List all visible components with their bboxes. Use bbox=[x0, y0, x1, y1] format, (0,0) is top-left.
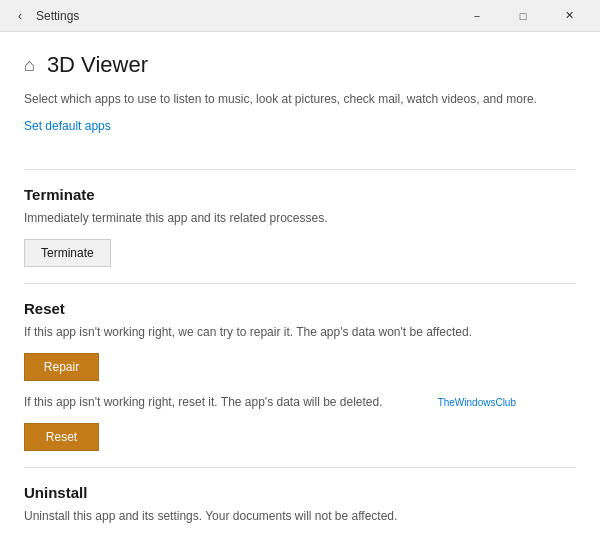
window-controls: − □ ✕ bbox=[454, 0, 592, 32]
divider-3 bbox=[24, 467, 576, 468]
close-button[interactable]: ✕ bbox=[546, 0, 592, 32]
reset-button[interactable]: Reset bbox=[24, 423, 99, 451]
terminate-description: Immediately terminate this app and its r… bbox=[24, 209, 576, 227]
divider-2 bbox=[24, 283, 576, 284]
maximize-button[interactable]: □ bbox=[500, 0, 546, 32]
reset-title: Reset bbox=[24, 300, 576, 317]
title-bar: ‹ Settings − □ ✕ bbox=[0, 0, 600, 32]
main-content: ⌂ 3D Viewer Select which apps to use to … bbox=[0, 32, 600, 536]
divider-1 bbox=[24, 169, 576, 170]
reset-section: Reset If this app isn't working right, w… bbox=[24, 300, 576, 451]
uninstall-section: Uninstall Uninstall this app and its set… bbox=[24, 484, 576, 536]
repair-description: If this app isn't working right, we can … bbox=[24, 323, 576, 341]
home-icon: ⌂ bbox=[24, 55, 35, 76]
page-header: ⌂ 3D Viewer bbox=[24, 52, 576, 78]
terminate-section: Terminate Immediately terminate this app… bbox=[24, 186, 576, 267]
default-apps-link[interactable]: Set default apps bbox=[24, 119, 111, 133]
page-description: Select which apps to use to listen to mu… bbox=[24, 90, 576, 108]
terminate-button[interactable]: Terminate bbox=[24, 239, 111, 267]
uninstall-description: Uninstall this app and its settings. You… bbox=[24, 507, 576, 525]
back-button[interactable]: ‹ bbox=[8, 4, 32, 28]
back-icon: ‹ bbox=[18, 9, 22, 23]
minimize-button[interactable]: − bbox=[454, 0, 500, 32]
repair-button[interactable]: Repair bbox=[24, 353, 99, 381]
uninstall-title: Uninstall bbox=[24, 484, 576, 501]
page-title: 3D Viewer bbox=[47, 52, 148, 78]
title-bar-title: Settings bbox=[36, 9, 454, 23]
watermark-text: TheWindowsClub bbox=[438, 397, 516, 408]
terminate-title: Terminate bbox=[24, 186, 576, 203]
